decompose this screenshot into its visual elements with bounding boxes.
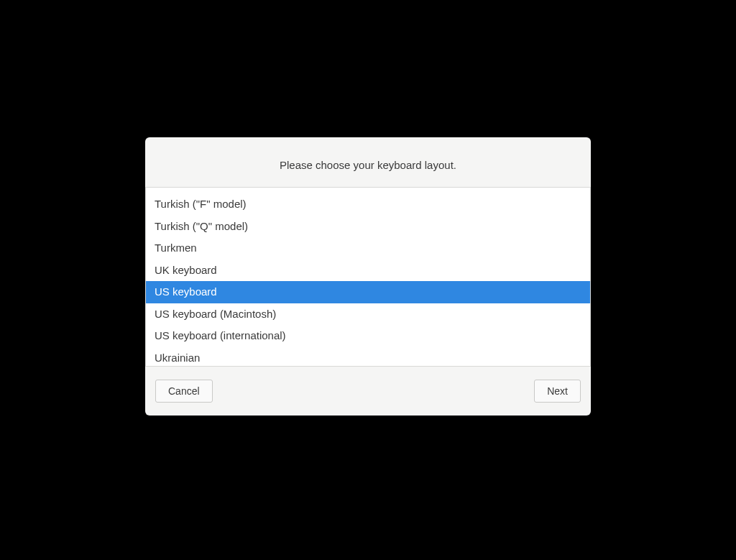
list-item[interactable]: US keyboard (international) [146, 325, 590, 347]
next-button[interactable]: Next [534, 380, 581, 403]
list-item[interactable]: Turkish ("Q" model) [146, 216, 590, 238]
dialog-title: Please choose your keyboard layout. [160, 159, 576, 171]
list-item[interactable]: UK keyboard [146, 260, 590, 282]
list-item[interactable]: Turkish ("F" model) [146, 193, 590, 216]
button-bar: Cancel Next [145, 367, 591, 416]
list-item[interactable]: Turkmen [146, 237, 590, 260]
dialog-header: Please choose your keyboard layout. [145, 137, 591, 187]
keyboard-layout-dialog: Please choose your keyboard layout. Turk… [145, 137, 591, 416]
list-item[interactable]: Ukrainian [146, 347, 590, 367]
list-item[interactable]: US keyboard (Macintosh) [146, 303, 590, 326]
cancel-button[interactable]: Cancel [155, 380, 213, 403]
list-item[interactable] [146, 188, 590, 193]
keyboard-layout-list[interactable]: Turkish ("F" model) Turkish ("Q" model) … [145, 187, 591, 367]
list-item-selected[interactable]: US keyboard [146, 281, 590, 303]
